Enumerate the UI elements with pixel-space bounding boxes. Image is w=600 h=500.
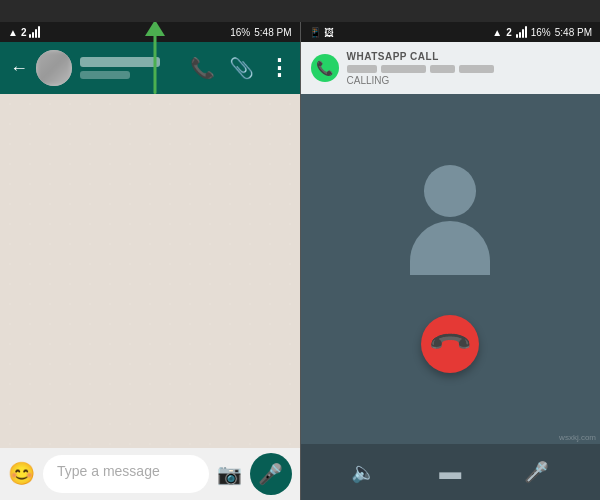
message-input[interactable]: Type a message <box>43 455 209 493</box>
signal-bar-3 <box>35 29 37 38</box>
left-battery-pct: 16% <box>230 27 250 38</box>
chat-header: ← 📞 📎 ⋮ <box>0 42 300 94</box>
whatsapp-logo: 📞 <box>311 54 339 82</box>
emoji-button[interactable]: 😊 <box>8 461 35 487</box>
avatar-head <box>424 165 476 217</box>
status-bar <box>0 0 600 22</box>
name-block-2 <box>381 65 426 73</box>
left-time: 5:48 PM <box>254 27 291 38</box>
left-time-area: 16% 5:48 PM <box>230 27 291 38</box>
call-contact-blocks <box>347 65 591 73</box>
r-signal-bar-4 <box>525 26 527 38</box>
right-battery-pct: 16% <box>531 27 551 38</box>
right-signal-num: 2 <box>506 27 512 38</box>
name-block-1 <box>347 65 377 73</box>
contact-avatar-small <box>36 50 72 86</box>
message-placeholder: Type a message <box>57 463 160 479</box>
avatar-blur <box>36 50 72 86</box>
mute-button[interactable]: 🎤 <box>517 452 557 492</box>
chat-area <box>0 94 300 448</box>
right-status-icons: 📱 🖼 <box>309 27 334 38</box>
video-button[interactable]: ▬ <box>430 452 470 492</box>
contact-name-area <box>80 57 182 79</box>
signal-bar-2 <box>32 32 34 38</box>
right-time-area: ▲ 2 16% 5:48 PM <box>492 26 592 38</box>
mic-icon: 🎤 <box>258 462 283 486</box>
right-photo-icon: 🖼 <box>324 27 334 38</box>
more-options-icon[interactable]: ⋮ <box>268 55 290 81</box>
call-action-bar: 🔈 ▬ 🎤 <box>301 444 601 500</box>
right-time: 5:48 PM <box>555 27 592 38</box>
call-screen: 📞 wsxkj.com <box>301 94 601 444</box>
header-icons: 📞 📎 ⋮ <box>190 55 290 81</box>
signal-bar-1 <box>29 34 31 38</box>
name-block-3 <box>430 65 455 73</box>
left-panel: ▲ 2 16% 5:48 PM ← <box>0 22 300 500</box>
speaker-button[interactable]: 🔈 <box>344 452 384 492</box>
phone-icon[interactable]: 📞 <box>190 56 215 80</box>
r-signal-bar-2 <box>519 32 521 38</box>
status-bar-left <box>0 0 12 22</box>
calling-text: CALLING <box>347 75 591 86</box>
contact-name-placeholder <box>80 57 160 67</box>
name-block-4 <box>459 65 494 73</box>
r-signal-bar-3 <box>522 29 524 38</box>
left-signal-bars <box>29 26 40 38</box>
left-status-bar: ▲ 2 16% 5:48 PM <box>0 22 300 42</box>
mic-button[interactable]: 🎤 <box>250 453 292 495</box>
r-signal-bar-1 <box>516 34 518 38</box>
call-notification-text: WHATSAPP CALL CALLING <box>347 51 591 86</box>
right-status-bar: 📱 🖼 ▲ 2 16% 5:48 PM <box>301 22 601 42</box>
right-wifi-icon: ▲ <box>492 27 502 38</box>
left-status-icons: ▲ 2 <box>8 26 40 38</box>
call-notification: 📞 WHATSAPP CALL CALLING <box>301 42 601 94</box>
left-signal-icon: 2 <box>21 27 27 38</box>
right-panel: 📱 🖼 ▲ 2 16% 5:48 PM 📞 <box>301 22 601 500</box>
end-call-icon: 📞 <box>426 320 474 368</box>
whatsapp-phone-icon: 📞 <box>316 60 333 76</box>
contact-avatar-large <box>400 165 500 275</box>
chat-wallpaper <box>0 94 300 448</box>
watermark: wsxkj.com <box>559 433 596 442</box>
video-icon: ▬ <box>439 459 461 485</box>
main-content: ▲ 2 16% 5:48 PM ← <box>0 22 600 500</box>
contact-status-placeholder <box>80 71 130 79</box>
speaker-icon: 🔈 <box>351 460 376 484</box>
end-call-button[interactable]: 📞 <box>421 315 479 373</box>
paperclip-icon[interactable]: 📎 <box>229 56 254 80</box>
back-button[interactable]: ← <box>10 58 28 79</box>
chat-input-bar: 😊 Type a message 📷 🎤 <box>0 448 300 500</box>
left-wifi-icon: ▲ <box>8 27 18 38</box>
call-notification-title: WHATSAPP CALL <box>347 51 591 62</box>
avatar-body <box>410 221 490 275</box>
right-whatsapp-icon: 📱 <box>309 27 321 38</box>
signal-bar-4 <box>38 26 40 38</box>
status-bar-right <box>588 0 600 22</box>
right-signal-bars <box>516 26 527 38</box>
camera-button[interactable]: 📷 <box>217 462 242 486</box>
